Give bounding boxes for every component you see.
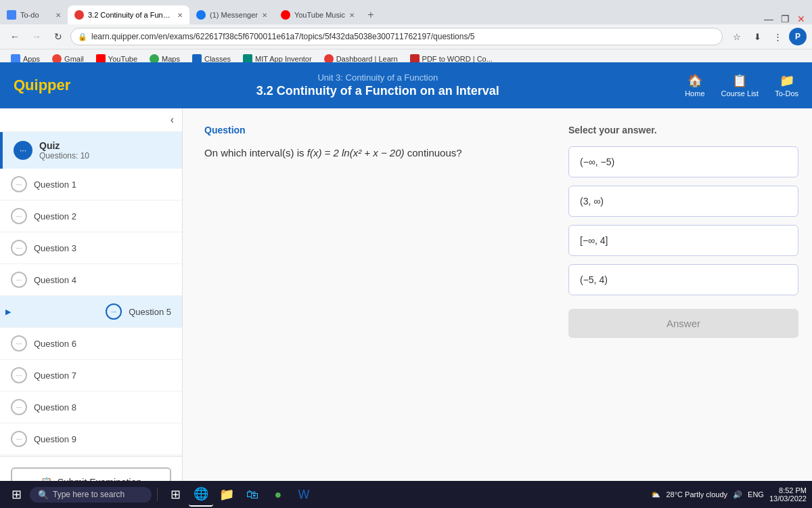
forward-button[interactable]: →: [27, 27, 46, 46]
tab-bar: To-do ✕ 3.2 Continuity of a Function on …: [0, 0, 812, 24]
taskbar-divider: [157, 488, 158, 501]
q8-label: Question 8: [34, 402, 76, 412]
question-text-prefix: On which interval(s) is: [204, 147, 304, 158]
courselist-icon: 📋: [732, 73, 747, 88]
sidebar-question-9[interactable]: ··· Question 9: [0, 423, 182, 455]
taskbar-search[interactable]: 🔍 Type here to search: [30, 487, 152, 503]
reload-button[interactable]: ↻: [49, 27, 68, 46]
taskbar-language: ENG: [748, 490, 764, 499]
sidebar-question-3[interactable]: ··· Question 3: [0, 232, 182, 264]
q6-dot: ···: [11, 335, 27, 352]
header-home-button[interactable]: 🏠 Home: [685, 73, 704, 98]
header-center: Unit 3: Continuity of a Function 3.2 Con…: [70, 72, 685, 98]
taskbar-store-button[interactable]: 🛍: [240, 482, 265, 507]
q6-label: Question 6: [34, 339, 76, 349]
answer-section-label: Select your answer.: [568, 125, 798, 135]
active-question-arrow: ▶: [5, 308, 11, 316]
answer-option-b[interactable]: (3, ∞): [568, 186, 798, 217]
close-button[interactable]: ✕: [796, 14, 807, 24]
question-section-label: Question: [204, 125, 533, 135]
sidebar-question-5[interactable]: ▶ ··· Question 5: [0, 296, 182, 328]
new-tab-button[interactable]: +: [361, 5, 380, 24]
q5-label: Question 5: [129, 307, 171, 317]
sidebar-question-1[interactable]: ··· Question 1: [0, 169, 182, 200]
restore-button[interactable]: ❐: [780, 14, 790, 24]
taskbar-view-button[interactable]: ⊞: [163, 482, 187, 507]
answer-option-c[interactable]: [−∞, 4]: [568, 225, 798, 256]
sidebar-question-7[interactable]: ··· Question 7: [0, 360, 182, 391]
tab-messenger-close[interactable]: ✕: [262, 12, 267, 19]
sidebar-collapse-button[interactable]: ‹: [171, 114, 174, 126]
taskbar-weather-icon: ⛅: [651, 490, 660, 499]
bookmark-pdf-label: PDF to WORD | Co...: [422, 55, 493, 63]
taskbar-search-icon: 🔍: [38, 490, 49, 500]
tab-youtube-music-label: YouTube Music: [294, 11, 345, 19]
sidebar: ‹ ··· Quiz Questions: 10 ··· Question 1 …: [0, 108, 183, 508]
taskbar-edge-button[interactable]: 🌐: [189, 482, 213, 507]
taskbar-explorer-button[interactable]: 📁: [215, 482, 239, 507]
q9-label: Question 9: [34, 434, 76, 444]
quiz-label: Quiz: [39, 140, 89, 151]
question-text-suffix: continuous?: [407, 147, 462, 158]
answer-submit-button[interactable]: Answer: [568, 309, 798, 338]
content-area: ‹ ··· Quiz Questions: 10 ··· Question 1 …: [0, 108, 812, 508]
tab-quipper[interactable]: 3.2 Continuity of a Function on a ... ✕: [68, 5, 189, 24]
answer-option-d-text: (−5, 4): [580, 274, 608, 285]
window-controls: — ❐ ✕: [763, 14, 812, 24]
sidebar-question-2[interactable]: ··· Question 2: [0, 200, 182, 232]
header-courselist-button[interactable]: 📋 Course List: [721, 73, 759, 98]
tab-youtube-music[interactable]: YouTube Music ✕: [274, 5, 361, 24]
q5-dot: ···: [106, 303, 122, 320]
back-button[interactable]: ←: [5, 27, 24, 46]
header-todos-button[interactable]: 📁 To-Dos: [775, 73, 798, 98]
q4-dot: ···: [11, 272, 27, 288]
q4-label: Question 4: [34, 275, 76, 285]
minimize-button[interactable]: —: [763, 14, 774, 24]
taskbar-apps: ⊞ 🌐 📁 🛍 ● W: [163, 482, 316, 507]
navigation-bar: ← → ↻ 🔒 learn.quipper.com/en/exams/62261…: [0, 24, 812, 49]
header-home-label: Home: [685, 89, 704, 98]
tab-quipper-label: 3.2 Continuity of a Function on a ...: [88, 11, 173, 19]
bookmark-star-button[interactable]: ☆: [728, 28, 746, 45]
tab-quipper-close[interactable]: ✕: [177, 12, 183, 19]
profile-button[interactable]: P: [789, 28, 807, 45]
taskbar-speaker-icon[interactable]: 🔊: [733, 490, 742, 499]
sidebar-question-4[interactable]: ··· Question 4: [0, 264, 182, 296]
lock-icon: 🔒: [78, 33, 87, 41]
answer-submit-label: Answer: [667, 318, 700, 329]
taskbar-chrome-button[interactable]: ●: [266, 482, 290, 507]
question-panel: Question On which interval(s) is f(x) = …: [183, 108, 555, 508]
browser-menu-button[interactable]: ⋮: [769, 28, 786, 45]
header-title-text: 3.2 Continuity of a Function on an Inter…: [70, 84, 685, 98]
q7-label: Question 7: [34, 371, 76, 381]
sidebar-question-8[interactable]: ··· Question 8: [0, 391, 182, 423]
app-logo: Quipper: [14, 77, 70, 94]
app-container: Quipper Unit 3: Continuity of a Function…: [0, 62, 812, 508]
answer-option-d[interactable]: (−5, 4): [568, 264, 798, 295]
sidebar-collapse-area: ‹: [0, 108, 182, 132]
q7-dot: ···: [11, 367, 27, 383]
address-bar[interactable]: 🔒 learn.quipper.com/en/exams/622617f38c5…: [70, 28, 723, 45]
start-button[interactable]: ⊞: [5, 484, 27, 505]
q1-label: Question 1: [34, 179, 76, 190]
home-icon: 🏠: [687, 73, 702, 88]
tab-youtube-music-close[interactable]: ✕: [349, 12, 355, 19]
save-tab-button[interactable]: ⬇: [748, 28, 766, 45]
sidebar-questions-list: ··· Question 1 ··· Question 2 ··· Questi…: [0, 169, 182, 456]
bookmark-apps-label: Apps: [23, 55, 40, 63]
todos-icon: 📁: [780, 73, 794, 88]
tab-messenger[interactable]: (1) Messenger ✕: [189, 5, 274, 24]
q3-dot: ···: [11, 240, 27, 256]
question-text: On which interval(s) is f(x) = 2 ln(x² +…: [204, 145, 533, 161]
taskbar-time: 8:52 PM: [779, 486, 807, 494]
address-text: learn.quipper.com/en/exams/622617f38c5f6…: [91, 32, 715, 41]
taskbar-word-button[interactable]: W: [292, 482, 316, 507]
answer-option-a[interactable]: (−∞, −5): [568, 146, 798, 177]
q9-dot: ···: [11, 431, 27, 447]
quiz-indicator: ···: [14, 141, 32, 160]
tab-todo-close[interactable]: ✕: [55, 12, 61, 19]
tab-todo[interactable]: To-do ✕: [0, 5, 68, 24]
taskbar: ⊞ 🔍 Type here to search ⊞ 🌐 📁 🛍 ● W ⛅ 28…: [0, 481, 812, 508]
sidebar-question-6[interactable]: ··· Question 6: [0, 328, 182, 360]
bookmark-classes-label: Classes: [204, 55, 231, 63]
